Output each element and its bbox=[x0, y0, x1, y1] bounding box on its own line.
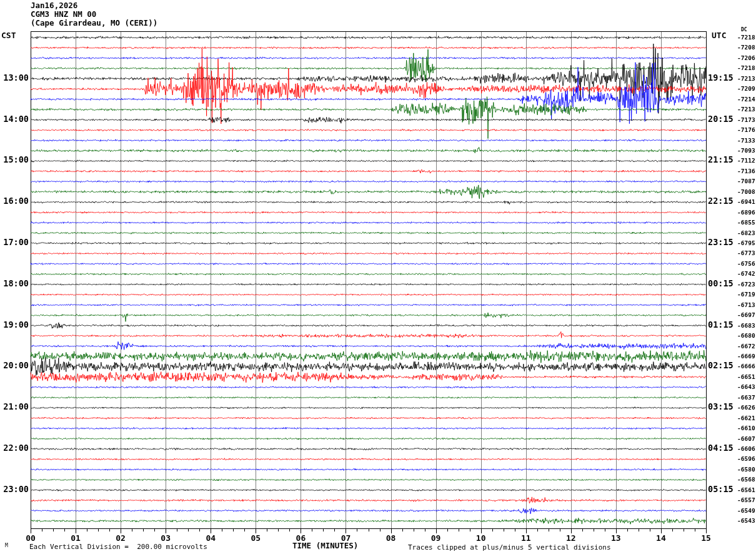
trace-offset-value: -7208 bbox=[737, 44, 755, 51]
trace-offset-value: -6683 bbox=[737, 323, 755, 329]
x-tick-label: 05 bbox=[251, 534, 261, 542]
left-time-label: 18:00 bbox=[0, 280, 29, 288]
x-tick-label: 08 bbox=[386, 534, 396, 542]
left-time-label: 13:00 bbox=[0, 74, 29, 83]
left-time-label: 23:00 bbox=[0, 485, 29, 494]
left-time-label: 15:00 bbox=[0, 156, 29, 164]
header-location: (Cape Girardeau, MO (CERI)) bbox=[31, 19, 157, 28]
x-tick-label: 09 bbox=[431, 534, 441, 542]
trace-offset-value: -6651 bbox=[737, 374, 755, 380]
helicorder-canvas bbox=[0, 0, 756, 554]
x-tick-label: 02 bbox=[116, 534, 126, 542]
right-time-label: 01:15 bbox=[708, 321, 734, 330]
trace-offset-value: -7206 bbox=[737, 55, 755, 61]
left-time-label: 14:00 bbox=[0, 115, 29, 124]
trace-offset-value: -7087 bbox=[737, 178, 755, 184]
trace-offset-value: -6756 bbox=[737, 261, 755, 267]
trace-offset-value: -6672 bbox=[737, 343, 755, 350]
left-time-label: 21:00 bbox=[0, 403, 29, 411]
trace-offset-value: -6549 bbox=[737, 508, 755, 514]
right-time-label: 02:15 bbox=[708, 361, 734, 370]
header-station: CGM3 HNZ NM 00 bbox=[31, 11, 96, 19]
trace-offset-value: -7176 bbox=[737, 127, 755, 133]
trace-offset-value: -6543 bbox=[737, 518, 755, 524]
left-time-label: 16:00 bbox=[0, 197, 29, 206]
trace-offset-value: -7213 bbox=[737, 106, 755, 113]
trace-offset-value: -6606 bbox=[737, 446, 755, 452]
trace-offset-value: -7112 bbox=[737, 158, 755, 164]
trace-offset-value: -6557 bbox=[737, 497, 755, 503]
x-tick-label: 04 bbox=[206, 534, 216, 542]
trace-offset-value: -6742 bbox=[737, 271, 755, 277]
x-tick-label: 14 bbox=[656, 534, 666, 542]
trace-offset-value: -7133 bbox=[737, 138, 755, 144]
trace-offset-value: -6568 bbox=[737, 476, 755, 483]
trace-offset-value: -7213 bbox=[737, 76, 755, 82]
trace-offset-value: -6643 bbox=[737, 384, 755, 390]
trace-offset-value: -7218 bbox=[737, 65, 755, 71]
right-time-label: 00:15 bbox=[708, 280, 734, 288]
trace-offset-value: -6723 bbox=[737, 281, 755, 288]
x-tick-label: 15 bbox=[701, 534, 711, 542]
trace-offset-value: -6561 bbox=[737, 487, 755, 493]
x-axis-title: TIME (MINUTES) bbox=[292, 542, 358, 550]
trace-offset-value: -7008 bbox=[737, 189, 755, 195]
x-tick-label: 03 bbox=[161, 534, 171, 542]
trace-offset-value: -6719 bbox=[737, 291, 755, 298]
trace-offset-value: -6621 bbox=[737, 415, 755, 421]
trace-offset-value: -6580 bbox=[737, 466, 755, 473]
trace-offset-value: -6896 bbox=[737, 209, 755, 216]
trace-offset-value: -6626 bbox=[737, 405, 755, 411]
right-time-label: 05:15 bbox=[708, 485, 734, 494]
trace-offset-value: -6855 bbox=[737, 219, 755, 226]
trace-offset-value: -6680 bbox=[737, 333, 755, 339]
trace-offset-value: -7173 bbox=[737, 117, 755, 123]
trace-offset-value: -6596 bbox=[737, 456, 755, 462]
seismogram-viewer: Jan16,2026 CGM3 HNZ NM 00 (Cape Girardea… bbox=[0, 0, 756, 554]
trace-offset-value: -7093 bbox=[737, 148, 755, 154]
trace-offset-value: -6666 bbox=[737, 363, 755, 370]
trace-offset-value: -7214 bbox=[737, 96, 755, 103]
timezone-right-label: UTC bbox=[712, 31, 726, 39]
scale-caption: Each Vertical Division = 200.00 microvol… bbox=[29, 543, 207, 550]
timezone-left-label: CST bbox=[1, 31, 16, 39]
trace-offset-value: -6610 bbox=[737, 425, 755, 431]
trace-offset-value: -6637 bbox=[737, 395, 755, 401]
left-time-label: 22:00 bbox=[0, 444, 29, 453]
right-time-label: 03:15 bbox=[708, 403, 734, 411]
x-tick-label: 10 bbox=[476, 534, 486, 542]
trace-offset-value: -6697 bbox=[737, 312, 755, 318]
x-tick-label: 13 bbox=[611, 534, 621, 542]
trace-offset-value: -6773 bbox=[737, 250, 755, 256]
right-time-label: 22:15 bbox=[708, 197, 734, 206]
trace-offset-value: -6823 bbox=[737, 230, 755, 236]
trace-offset-value: -7209 bbox=[737, 86, 755, 92]
left-time-label: 17:00 bbox=[0, 238, 29, 247]
right-time-label: 04:15 bbox=[708, 444, 734, 453]
left-time-label: 20:00 bbox=[0, 361, 29, 370]
x-tick-label: 11 bbox=[521, 534, 531, 542]
trace-offset-value: -6941 bbox=[737, 199, 755, 205]
header-date: Jan16,2026 bbox=[31, 2, 77, 10]
right-time-label: 23:15 bbox=[708, 238, 734, 247]
x-tick-label: 12 bbox=[566, 534, 576, 542]
right-time-label: 21:15 bbox=[708, 156, 734, 164]
trace-offset-value: -6795 bbox=[737, 240, 755, 246]
clip-caption: Traces clipped at plus/minus 5 vertical … bbox=[408, 544, 611, 551]
dc-offset-label: DC bbox=[741, 28, 747, 33]
right-time-label: 20:15 bbox=[708, 115, 734, 124]
right-time-label: 19:15 bbox=[708, 74, 734, 83]
x-tick-label: 01 bbox=[71, 534, 81, 542]
trace-offset-value: -6713 bbox=[737, 302, 755, 308]
x-tick-label: 00 bbox=[26, 534, 36, 542]
trace-offset-value: -7136 bbox=[737, 168, 755, 174]
trace-offset-value: -6607 bbox=[737, 436, 755, 442]
trace-offset-value: -6669 bbox=[737, 353, 755, 360]
left-time-label: 19:00 bbox=[0, 321, 29, 330]
trace-offset-value: -7218 bbox=[737, 34, 755, 41]
footer-tiny-label: M bbox=[5, 543, 8, 548]
